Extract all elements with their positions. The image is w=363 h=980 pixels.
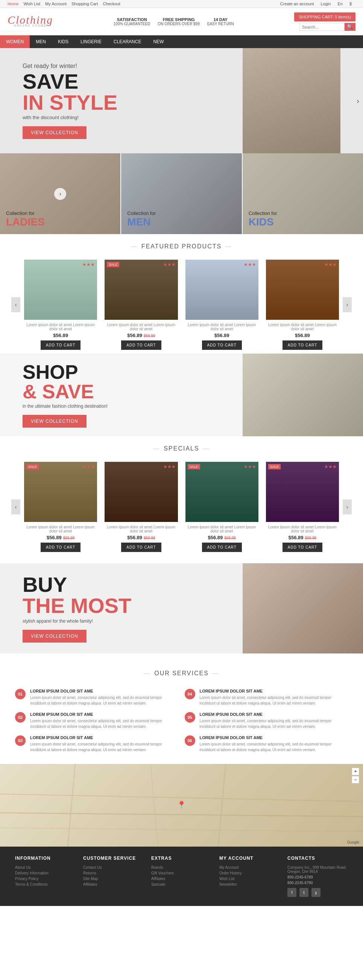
service-title: LOREM IPSUM DOLOR SIT AME [200,735,348,740]
product-image: ★★★ [24,260,97,320]
kids-title: Collection for [249,210,357,216]
product-price: $56.89$68.99 [105,535,178,540]
nav-checkout[interactable]: Checkout [103,2,120,6]
footer-link[interactable]: Terms & Conditions [15,882,76,886]
specials-prev-button[interactable]: ‹ [11,500,20,514]
footer-link[interactable]: Contact Us [83,865,144,870]
collection-kids[interactable]: Collection for KIDS [243,153,363,234]
nav-lingerie[interactable]: LINGERIE [75,35,107,48]
nav-cart[interactable]: Shopping Cart [72,2,98,6]
ladies-title: Collection for [6,210,114,216]
social-icon[interactable]: t [299,888,309,897]
add-to-cart-button[interactable]: ADD TO CART [283,542,322,552]
cart-box[interactable]: SHOPPING CART: 0 item(s) [294,13,355,21]
specials-next-button[interactable]: › [343,500,352,514]
nav-myaccount[interactable]: My Account [45,2,67,6]
product-stars: ★★★ [163,464,176,469]
old-price: $68.99 [305,536,317,540]
footer-link[interactable]: Site Map [83,877,144,881]
buy-cta-button[interactable]: VIEW COLLECTION [22,630,86,643]
collection-men[interactable]: Collection for MEN [121,153,242,234]
map-zoom-in[interactable]: + [352,768,359,775]
footer-link[interactable]: Affiliates [83,882,144,886]
add-to-cart-button[interactable]: ADD TO CART [41,542,80,552]
footer-link[interactable]: My Account [219,865,280,870]
create-account-link[interactable]: Create an account [280,2,314,6]
add-to-cart-button[interactable]: ADD TO CART [121,340,161,350]
add-to-cart-button[interactable]: ADD TO CART [121,542,161,552]
feature-shipping: FREE SHIPPING ON ORDERS OVER $99 [158,17,200,26]
footer-link[interactable]: Gift Vouchers [151,871,212,875]
product-card: ★★★ Lorem ipsum dolor sit amet Lorem ips… [20,256,101,353]
svg-line-1 [0,813,363,816]
footer-link[interactable]: Delivery Information [15,871,76,875]
nav-women[interactable]: WOMEN [0,35,30,48]
product-image: SALE ★★★ [266,462,339,522]
footer-link[interactable]: Affiliates [151,877,212,881]
social-icon[interactable]: f [287,888,296,897]
product-stars: ★★★ [244,262,256,267]
footer-col-heading: INFORMATION [15,856,76,861]
product-image: SALE ★★★ [24,462,97,522]
currency-selector[interactable]: $ [349,2,352,6]
collection-ladies[interactable]: › Collection for LADIES [0,153,121,234]
social-icon[interactable]: y [312,888,320,897]
hero-cta-button[interactable]: VIEW COLLECTION [22,126,86,139]
nav-home[interactable]: Home [8,2,18,6]
map-zoom-out[interactable]: − [352,776,359,783]
top-bar: Home Wish List My Account Shopping Cart … [0,0,363,8]
svg-line-2 [68,764,75,846]
service-item: 01 LOREM IPSUM DOLOR SIT AME Lorem ipsum… [15,689,179,706]
nav-clearance[interactable]: CLEARANCE [107,35,147,48]
footer-link[interactable]: Specials [151,882,212,886]
search-input[interactable] [299,23,345,31]
kids-name: KIDS [249,216,357,228]
service-content: LOREM IPSUM DOLOR SIT AME Lorem ipsum do… [200,689,348,706]
service-number: 05 [185,712,195,722]
footer-link[interactable]: Brands [151,865,212,870]
service-item: 06 LOREM IPSUM DOLOR SIT AME Lorem ipsum… [185,735,348,752]
footer-link[interactable]: Privacy Policy [15,877,76,881]
services-grid: 01 LOREM IPSUM DOLOR SIT AME Lorem ipsum… [15,689,348,752]
sale-badge: SALE [107,262,119,267]
ladies-arrow[interactable]: › [54,188,66,200]
product-stars: ★★★ [324,262,337,267]
logo[interactable]: Clothing ONLINE STORE [8,16,53,27]
product-desc: Lorem ipsum dolor sit amet Lorem ipsum d… [185,323,258,331]
shop-line2: & SAVE [22,382,220,401]
product-stars: ★★★ [244,464,256,469]
men-name: MEN [127,216,235,228]
add-to-cart-button[interactable]: ADD TO CART [202,340,242,350]
add-to-cart-button[interactable]: ADD TO CART [283,340,322,350]
nav-kids[interactable]: KIDS [52,35,75,48]
nav-wishlist[interactable]: Wish List [23,2,40,6]
lang-selector[interactable]: En [337,2,342,6]
footer-link[interactable]: Returns [83,871,144,875]
add-to-cart-button[interactable]: ADD TO CART [41,340,80,350]
nav-men[interactable]: MEN [30,35,52,48]
login-link[interactable]: Login [320,2,331,6]
footer-link[interactable]: Newsletter [219,882,280,886]
service-desc: Lorem ipsum dolor sit amet, consectetur … [200,741,348,752]
service-desc: Lorem ipsum dolor sit amet, consectetur … [30,695,179,706]
hero-next-arrow[interactable]: › [357,97,359,105]
featured-next-button[interactable]: › [343,297,352,312]
service-content: LOREM IPSUM DOLOR SIT AME Lorem ipsum do… [30,735,179,752]
nav-new[interactable]: NEW [147,35,170,48]
hero-text: Get ready for winter! SAVE IN STYLE with… [0,48,140,153]
hero-headline2: IN STYLE [22,92,117,113]
footer-link[interactable]: About Us [15,865,76,870]
service-desc: Lorem ipsum dolor sit amet, consectetur … [30,718,179,729]
add-to-cart-button[interactable]: ADD TO CART [202,542,242,552]
service-title: LOREM IPSUM DOLOR SIT AME [30,712,179,717]
featured-prev-button[interactable]: ‹ [11,297,20,312]
product-stars: ★★★ [163,262,176,267]
cart-area: SHOPPING CART: 0 item(s) 🔍 [294,13,355,31]
service-title: LOREM IPSUM DOLOR SIT AME [200,712,348,717]
search-button[interactable]: 🔍 [345,23,355,31]
product-card: SALE ★★★ Lorem ipsum dolor sit amet Lore… [101,256,181,353]
service-content: LOREM IPSUM DOLOR SIT AME Lorem ipsum do… [30,689,179,706]
footer-link[interactable]: Wish List [219,877,280,881]
footer-link[interactable]: Order History [219,871,280,875]
shop-cta-button[interactable]: VIEW COLLECTION [22,415,86,428]
